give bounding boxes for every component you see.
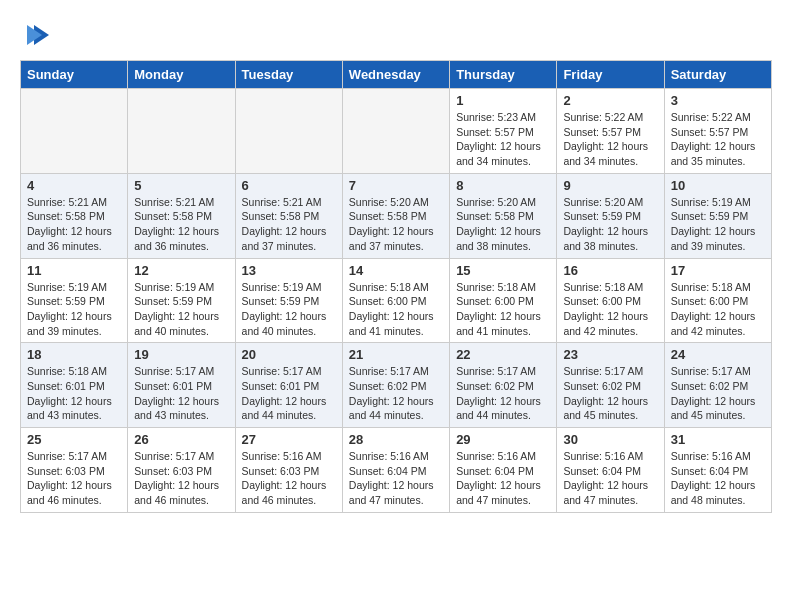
day-info: Sunrise: 5:20 AMSunset: 5:59 PMDaylight:… bbox=[563, 195, 657, 254]
day-info-line: Sunrise: 5:19 AM bbox=[134, 281, 214, 293]
day-info-line: Sunrise: 5:18 AM bbox=[27, 365, 107, 377]
day-cell: 28Sunrise: 5:16 AMSunset: 6:04 PMDayligh… bbox=[342, 428, 449, 513]
day-info-line: Daylight: 12 hours bbox=[671, 310, 756, 322]
day-info-line: Sunset: 6:02 PM bbox=[671, 380, 749, 392]
day-info-line: Daylight: 12 hours bbox=[349, 479, 434, 491]
day-info-line: Sunset: 6:02 PM bbox=[349, 380, 427, 392]
day-number: 4 bbox=[27, 178, 121, 193]
day-info-line: Sunrise: 5:19 AM bbox=[242, 281, 322, 293]
day-cell: 23Sunrise: 5:17 AMSunset: 6:02 PMDayligh… bbox=[557, 343, 664, 428]
day-info: Sunrise: 5:17 AMSunset: 6:03 PMDaylight:… bbox=[27, 449, 121, 508]
day-info-line: Daylight: 12 hours bbox=[563, 310, 648, 322]
day-number: 2 bbox=[563, 93, 657, 108]
day-info-line: Sunset: 5:59 PM bbox=[242, 295, 320, 307]
day-info-line: Daylight: 12 hours bbox=[134, 479, 219, 491]
column-header-wednesday: Wednesday bbox=[342, 61, 449, 89]
day-info-line: Daylight: 12 hours bbox=[242, 310, 327, 322]
day-info-line: Sunset: 6:01 PM bbox=[242, 380, 320, 392]
day-info-line: Sunset: 6:02 PM bbox=[563, 380, 641, 392]
day-number: 19 bbox=[134, 347, 228, 362]
day-info-line: and 40 minutes. bbox=[134, 325, 209, 337]
calendar-table: SundayMondayTuesdayWednesdayThursdayFrid… bbox=[20, 60, 772, 513]
day-info-line: and 39 minutes. bbox=[27, 325, 102, 337]
week-row-4: 18Sunrise: 5:18 AMSunset: 6:01 PMDayligh… bbox=[21, 343, 772, 428]
day-info-line: Sunset: 5:58 PM bbox=[134, 210, 212, 222]
day-info-line: Sunrise: 5:21 AM bbox=[134, 196, 214, 208]
day-info-line: Daylight: 12 hours bbox=[27, 395, 112, 407]
day-info-line: Sunset: 6:01 PM bbox=[27, 380, 105, 392]
day-info-line: Sunrise: 5:20 AM bbox=[456, 196, 536, 208]
day-info-line: and 41 minutes. bbox=[349, 325, 424, 337]
column-header-sunday: Sunday bbox=[21, 61, 128, 89]
day-info: Sunrise: 5:17 AMSunset: 6:02 PMDaylight:… bbox=[456, 364, 550, 423]
day-info-line: and 37 minutes. bbox=[349, 240, 424, 252]
day-info: Sunrise: 5:19 AMSunset: 5:59 PMDaylight:… bbox=[27, 280, 121, 339]
day-info: Sunrise: 5:20 AMSunset: 5:58 PMDaylight:… bbox=[456, 195, 550, 254]
day-number: 10 bbox=[671, 178, 765, 193]
day-number: 21 bbox=[349, 347, 443, 362]
day-info-line: Sunrise: 5:17 AM bbox=[349, 365, 429, 377]
day-info-line: Sunset: 6:00 PM bbox=[671, 295, 749, 307]
day-info: Sunrise: 5:19 AMSunset: 5:59 PMDaylight:… bbox=[671, 195, 765, 254]
day-info-line: Sunrise: 5:16 AM bbox=[671, 450, 751, 462]
day-info: Sunrise: 5:18 AMSunset: 6:00 PMDaylight:… bbox=[456, 280, 550, 339]
day-number: 17 bbox=[671, 263, 765, 278]
day-info-line: Daylight: 12 hours bbox=[134, 310, 219, 322]
day-cell: 13Sunrise: 5:19 AMSunset: 5:59 PMDayligh… bbox=[235, 258, 342, 343]
day-info-line: and 34 minutes. bbox=[563, 155, 638, 167]
day-number: 20 bbox=[242, 347, 336, 362]
day-cell: 1Sunrise: 5:23 AMSunset: 5:57 PMDaylight… bbox=[450, 89, 557, 174]
day-info-line: Daylight: 12 hours bbox=[27, 225, 112, 237]
day-number: 5 bbox=[134, 178, 228, 193]
day-cell: 16Sunrise: 5:18 AMSunset: 6:00 PMDayligh… bbox=[557, 258, 664, 343]
day-cell bbox=[128, 89, 235, 174]
day-cell: 6Sunrise: 5:21 AMSunset: 5:58 PMDaylight… bbox=[235, 173, 342, 258]
day-info-line: and 46 minutes. bbox=[134, 494, 209, 506]
day-info-line: Daylight: 12 hours bbox=[349, 310, 434, 322]
day-cell: 21Sunrise: 5:17 AMSunset: 6:02 PMDayligh… bbox=[342, 343, 449, 428]
day-info: Sunrise: 5:17 AMSunset: 6:02 PMDaylight:… bbox=[349, 364, 443, 423]
day-number: 31 bbox=[671, 432, 765, 447]
day-number: 14 bbox=[349, 263, 443, 278]
day-number: 7 bbox=[349, 178, 443, 193]
day-info-line: Sunrise: 5:16 AM bbox=[563, 450, 643, 462]
day-info-line: Sunrise: 5:22 AM bbox=[671, 111, 751, 123]
day-info-line: Sunrise: 5:17 AM bbox=[134, 450, 214, 462]
day-info-line: Sunrise: 5:21 AM bbox=[27, 196, 107, 208]
day-number: 28 bbox=[349, 432, 443, 447]
day-cell: 5Sunrise: 5:21 AMSunset: 5:58 PMDaylight… bbox=[128, 173, 235, 258]
day-info-line: Sunset: 5:59 PM bbox=[671, 210, 749, 222]
day-info-line: Sunset: 6:03 PM bbox=[27, 465, 105, 477]
day-info: Sunrise: 5:16 AMSunset: 6:04 PMDaylight:… bbox=[563, 449, 657, 508]
column-header-thursday: Thursday bbox=[450, 61, 557, 89]
day-info-line: Daylight: 12 hours bbox=[134, 395, 219, 407]
day-info-line: Sunset: 5:57 PM bbox=[456, 126, 534, 138]
day-info-line: and 38 minutes. bbox=[563, 240, 638, 252]
column-header-saturday: Saturday bbox=[664, 61, 771, 89]
day-cell: 17Sunrise: 5:18 AMSunset: 6:00 PMDayligh… bbox=[664, 258, 771, 343]
day-cell bbox=[21, 89, 128, 174]
day-info: Sunrise: 5:23 AMSunset: 5:57 PMDaylight:… bbox=[456, 110, 550, 169]
day-info-line: Sunrise: 5:17 AM bbox=[27, 450, 107, 462]
day-info-line: and 42 minutes. bbox=[671, 325, 746, 337]
day-info: Sunrise: 5:18 AMSunset: 6:01 PMDaylight:… bbox=[27, 364, 121, 423]
day-info-line: Sunset: 5:58 PM bbox=[349, 210, 427, 222]
column-header-monday: Monday bbox=[128, 61, 235, 89]
day-info-line: Sunrise: 5:19 AM bbox=[27, 281, 107, 293]
day-info: Sunrise: 5:16 AMSunset: 6:04 PMDaylight:… bbox=[456, 449, 550, 508]
day-info: Sunrise: 5:21 AMSunset: 5:58 PMDaylight:… bbox=[134, 195, 228, 254]
day-info-line: Daylight: 12 hours bbox=[563, 395, 648, 407]
day-info-line: Sunset: 6:01 PM bbox=[134, 380, 212, 392]
day-info-line: Sunrise: 5:17 AM bbox=[456, 365, 536, 377]
day-info-line: Sunrise: 5:19 AM bbox=[671, 196, 751, 208]
week-row-2: 4Sunrise: 5:21 AMSunset: 5:58 PMDaylight… bbox=[21, 173, 772, 258]
day-info-line: and 43 minutes. bbox=[27, 409, 102, 421]
day-cell: 8Sunrise: 5:20 AMSunset: 5:58 PMDaylight… bbox=[450, 173, 557, 258]
day-info-line: and 36 minutes. bbox=[134, 240, 209, 252]
day-number: 29 bbox=[456, 432, 550, 447]
day-info-line: and 47 minutes. bbox=[563, 494, 638, 506]
day-info: Sunrise: 5:18 AMSunset: 6:00 PMDaylight:… bbox=[563, 280, 657, 339]
day-info-line: Sunset: 5:57 PM bbox=[563, 126, 641, 138]
day-number: 26 bbox=[134, 432, 228, 447]
day-cell: 22Sunrise: 5:17 AMSunset: 6:02 PMDayligh… bbox=[450, 343, 557, 428]
